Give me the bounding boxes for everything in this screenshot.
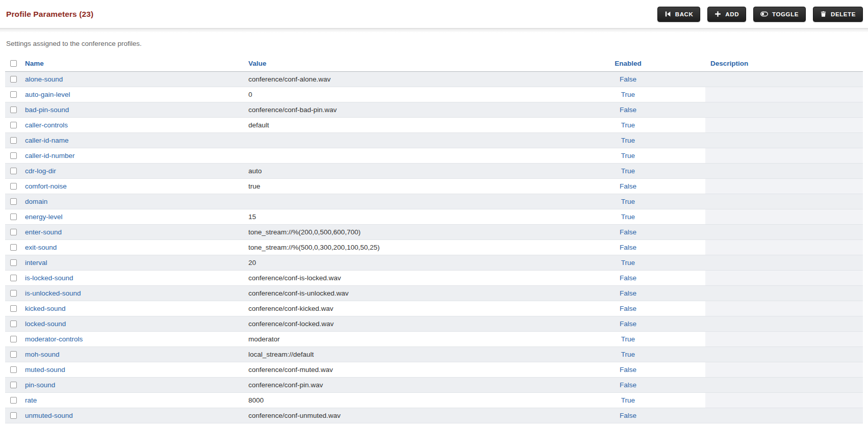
table-row: kicked-soundconference/conf-kicked.wavFa…: [5, 301, 863, 316]
row-checkbox-cell: [5, 301, 20, 316]
parameter-name-link[interactable]: caller-id-number: [25, 152, 75, 159]
parameter-enabled-link[interactable]: False: [620, 274, 636, 282]
row-checkbox-cell: [5, 117, 20, 132]
row-checkbox[interactable]: [10, 91, 17, 98]
parameter-name-link[interactable]: auto-gain-level: [25, 91, 70, 98]
toggle-button[interactable]: TOGGLE: [753, 7, 806, 22]
row-checkbox[interactable]: [10, 305, 17, 312]
row-checkbox[interactable]: [10, 244, 17, 251]
row-checkbox[interactable]: [10, 137, 17, 144]
back-button[interactable]: BACK: [657, 7, 701, 22]
row-checkbox[interactable]: [10, 214, 17, 220]
row-checkbox[interactable]: [10, 351, 17, 358]
parameter-enabled-link[interactable]: False: [620, 228, 636, 236]
parameter-description: [705, 71, 863, 87]
row-checkbox[interactable]: [10, 321, 17, 327]
parameter-enabled-link[interactable]: False: [620, 381, 636, 389]
parameter-enabled-link[interactable]: False: [620, 289, 636, 297]
parameter-name-link[interactable]: muted-sound: [25, 366, 65, 373]
row-checkbox[interactable]: [10, 183, 17, 190]
parameter-name-link[interactable]: caller-id-name: [25, 137, 69, 144]
delete-button-label: DELETE: [831, 11, 856, 17]
parameter-name-link[interactable]: exit-sound: [25, 244, 57, 251]
table-row: muted-soundconference/conf-muted.wavFals…: [5, 362, 863, 377]
parameter-enabled-link[interactable]: True: [621, 198, 635, 205]
parameter-name-link[interactable]: interval: [25, 259, 47, 266]
add-button[interactable]: ADD: [707, 7, 746, 22]
row-checkbox[interactable]: [10, 198, 17, 205]
parameter-description: [705, 377, 863, 392]
parameter-description: [705, 178, 863, 194]
row-checkbox-cell: [5, 178, 20, 194]
table-row: is-locked-soundconference/conf-is-locked…: [5, 270, 863, 285]
parameter-name-link[interactable]: unmuted-sound: [25, 412, 73, 419]
row-checkbox[interactable]: [10, 122, 17, 128]
parameter-enabled-link[interactable]: False: [620, 75, 636, 83]
row-checkbox[interactable]: [10, 366, 17, 373]
row-checkbox[interactable]: [10, 290, 17, 297]
row-checkbox-cell: [5, 102, 20, 117]
row-checkbox[interactable]: [10, 152, 17, 159]
parameter-name-link[interactable]: domain: [25, 198, 47, 205]
parameter-enabled-link[interactable]: True: [621, 213, 635, 221]
toolbar: BACK ADD TOGGLE DELETE: [657, 7, 863, 22]
parameter-name-link[interactable]: is-unlocked-sound: [25, 289, 81, 297]
parameter-enabled-link[interactable]: False: [620, 106, 636, 114]
table-row: rate8000True: [5, 392, 863, 408]
delete-button[interactable]: DELETE: [813, 7, 863, 22]
parameter-enabled-link[interactable]: True: [621, 259, 635, 266]
parameter-name-link[interactable]: moderator-controls: [25, 335, 83, 343]
parameter-name-link[interactable]: pin-sound: [25, 381, 55, 389]
parameter-enabled-link[interactable]: False: [620, 320, 636, 328]
parameter-description: [705, 102, 863, 117]
table-row: exit-soundtone_stream://%(500,0,300,200,…: [5, 239, 863, 255]
row-checkbox[interactable]: [10, 229, 17, 235]
parameter-name-link[interactable]: comfort-noise: [25, 182, 67, 190]
row-checkbox[interactable]: [10, 382, 17, 388]
parameter-name-link[interactable]: alone-sound: [25, 75, 63, 83]
back-button-label: BACK: [675, 11, 694, 17]
row-checkbox[interactable]: [10, 168, 17, 174]
row-checkbox-cell: [5, 346, 20, 362]
parameter-enabled-link[interactable]: True: [621, 91, 635, 98]
parameter-enabled-link[interactable]: False: [620, 412, 636, 419]
parameter-enabled-link[interactable]: True: [621, 152, 635, 159]
row-checkbox[interactable]: [10, 336, 17, 342]
parameter-enabled-link[interactable]: True: [621, 121, 635, 129]
column-header-description[interactable]: Description: [710, 60, 748, 67]
parameter-name-link[interactable]: enter-sound: [25, 228, 62, 236]
parameter-enabled-link[interactable]: False: [620, 182, 636, 190]
column-header-value[interactable]: Value: [248, 60, 266, 67]
table-row: comfort-noisetrueFalse: [5, 178, 863, 194]
parameter-name-link[interactable]: bad-pin-sound: [25, 106, 69, 114]
parameter-name-link[interactable]: kicked-sound: [25, 305, 66, 312]
column-header-name[interactable]: Name: [25, 60, 44, 67]
select-all-checkbox[interactable]: [10, 60, 17, 67]
parameter-enabled-link[interactable]: True: [621, 137, 635, 144]
parameter-name-link[interactable]: is-locked-sound: [25, 274, 73, 282]
parameter-name-link[interactable]: cdr-log-dir: [25, 167, 56, 175]
parameter-enabled-link[interactable]: True: [621, 167, 635, 175]
row-checkbox-cell: [5, 362, 20, 377]
row-checkbox[interactable]: [10, 259, 17, 266]
parameter-enabled-link[interactable]: True: [621, 396, 635, 404]
parameter-enabled-link[interactable]: False: [620, 305, 636, 312]
parameter-name-link[interactable]: rate: [25, 396, 37, 404]
parameter-name-link[interactable]: energy-level: [25, 213, 63, 221]
parameter-enabled-link[interactable]: True: [621, 351, 635, 358]
parameter-enabled-link[interactable]: True: [621, 335, 635, 343]
row-checkbox[interactable]: [10, 275, 17, 281]
row-checkbox-cell: [5, 377, 20, 392]
table-row: bad-pin-soundconference/conf-bad-pin.wav…: [5, 102, 863, 117]
parameter-name-link[interactable]: locked-sound: [25, 320, 66, 328]
row-checkbox[interactable]: [10, 76, 17, 83]
parameter-enabled-link[interactable]: False: [620, 244, 636, 251]
parameter-name-link[interactable]: moh-sound: [25, 351, 60, 358]
row-checkbox-cell: [5, 255, 20, 270]
parameter-enabled-link[interactable]: False: [620, 366, 636, 373]
parameter-name-link[interactable]: caller-controls: [25, 121, 68, 129]
row-checkbox[interactable]: [10, 397, 17, 404]
row-checkbox[interactable]: [10, 106, 17, 113]
row-checkbox[interactable]: [10, 412, 17, 419]
column-header-enabled[interactable]: Enabled: [615, 60, 642, 67]
